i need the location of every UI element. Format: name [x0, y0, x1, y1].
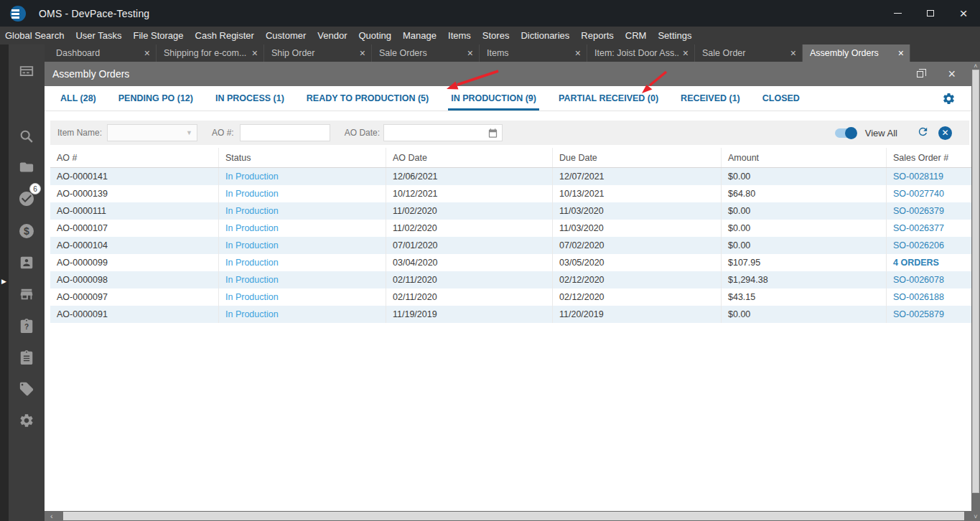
tab-in-production[interactable]: IN PRODUCTION (9) — [448, 86, 539, 111]
clear-filters-button[interactable]: ✕ — [938, 126, 952, 140]
sidebar-item-cash[interactable]: $ — [9, 220, 45, 242]
table-row[interactable]: AO-0000091 In Production 11/19/2019 11/2… — [50, 306, 971, 323]
tab-close-icon[interactable]: × — [575, 47, 581, 59]
sales-order-link[interactable]: SO-0026188 — [887, 288, 971, 306]
tab-close-icon[interactable]: × — [467, 47, 473, 59]
column-header-ao-date[interactable]: AO Date — [386, 148, 553, 167]
tab-partial-received[interactable]: PARTIAL RECEIVED (0) — [556, 86, 661, 111]
status-link[interactable]: In Production — [219, 254, 386, 271]
table-row[interactable]: AO-0000111 In Production 11/02/2020 11/0… — [50, 202, 971, 220]
menu-stores[interactable]: Stores — [482, 30, 510, 41]
tab-closed[interactable]: CLOSED — [760, 86, 803, 111]
sidebar-item-dashboard[interactable] — [9, 60, 45, 82]
sidebar-item-stores[interactable] — [9, 283, 45, 305]
tab-close-icon[interactable]: × — [898, 47, 904, 59]
sales-order-link[interactable]: SO-0025879 — [887, 306, 971, 323]
vertical-scroll-thumb[interactable] — [972, 70, 979, 493]
column-header-ao[interactable]: AO # — [50, 148, 219, 167]
doc-tab-assembly-orders[interactable]: Assembly Orders× — [803, 44, 910, 62]
status-link[interactable]: In Production — [219, 220, 386, 237]
menu-global-search[interactable]: Global Search — [5, 30, 64, 41]
tab-close-icon[interactable]: × — [144, 47, 150, 59]
status-link[interactable]: In Production — [219, 237, 386, 254]
sidebar-item-contacts[interactable] — [9, 252, 45, 273]
sales-order-link[interactable]: SO-0028119 — [887, 168, 971, 185]
sidebar-item-search[interactable] — [9, 126, 45, 147]
doc-tab-shipping[interactable]: Shipping for e-com...× — [157, 44, 264, 62]
menu-vendor[interactable]: Vendor — [317, 30, 347, 41]
status-link[interactable]: In Production — [219, 202, 386, 220]
item-name-select[interactable]: ▼ — [107, 124, 197, 141]
sidebar-item-orders[interactable] — [9, 347, 45, 368]
vertical-scrollbar[interactable]: ˄ ˅ — [971, 62, 980, 521]
menu-cash-register[interactable]: Cash Register — [195, 30, 254, 41]
restore-icon[interactable] — [917, 71, 923, 78]
horizontal-scroll-thumb[interactable] — [63, 512, 964, 520]
scroll-up-icon[interactable]: ˄ — [971, 62, 980, 70]
sidebar-item-settings[interactable] — [9, 410, 45, 431]
doc-tab-items[interactable]: Items× — [480, 44, 587, 62]
tab-close-icon[interactable]: × — [360, 47, 365, 59]
status-link[interactable]: In Production — [219, 306, 386, 323]
sales-order-link[interactable]: SO-0026078 — [887, 271, 971, 288]
tab-pending-po[interactable]: PENDING PO (12) — [116, 86, 196, 111]
sales-order-link[interactable]: SO-0027740 — [887, 185, 971, 202]
doc-tab-dashboard[interactable]: Dashboard× — [49, 44, 157, 62]
tab-all[interactable]: ALL (28) — [57, 86, 99, 111]
sidebar-item-tags[interactable] — [9, 378, 45, 400]
table-row[interactable]: AO-0000107 In Production 11/02/2020 11/0… — [50, 220, 971, 237]
menu-user-tasks[interactable]: User Tasks — [75, 30, 121, 41]
status-link[interactable]: In Production — [219, 168, 386, 185]
close-button[interactable]: × — [947, 0, 980, 27]
status-link[interactable]: In Production — [219, 185, 386, 202]
tab-in-process[interactable]: IN PROCESS (1) — [213, 86, 287, 111]
tab-close-icon[interactable]: × — [252, 47, 258, 59]
minimize-button[interactable] — [881, 0, 914, 27]
doc-tab-ship-order[interactable]: Ship Order× — [264, 44, 372, 62]
tab-close-icon[interactable]: × — [790, 47, 796, 59]
status-link[interactable]: In Production — [219, 288, 386, 306]
sidebar-expander-icon[interactable]: ▶ — [1, 278, 6, 285]
inner-close-icon[interactable]: × — [948, 67, 956, 80]
doc-tab-sale-orders[interactable]: Sale Orders× — [372, 44, 480, 62]
column-header-status[interactable]: Status — [219, 148, 386, 167]
menu-crm[interactable]: CRM — [625, 30, 647, 41]
refresh-button[interactable] — [917, 126, 929, 140]
menu-customer[interactable]: Customer — [266, 30, 306, 41]
sidebar-item-help-tasks[interactable]: ? — [9, 315, 45, 337]
column-header-sales-order[interactable]: Sales Order # — [887, 148, 971, 167]
menu-quoting[interactable]: Quoting — [358, 30, 391, 41]
sales-order-link[interactable]: SO-0026206 — [887, 237, 971, 254]
scroll-down-icon[interactable]: ˅ — [971, 513, 980, 520]
view-all-toggle[interactable] — [835, 128, 856, 138]
sidebar-item-file-storage[interactable] — [9, 156, 45, 178]
menu-manage[interactable]: Manage — [403, 30, 437, 41]
sidebar-item-tasks[interactable]: 6 — [9, 188, 45, 210]
menu-items[interactable]: Items — [448, 30, 471, 41]
tab-close-icon[interactable]: × — [683, 47, 689, 59]
sales-order-link[interactable]: SO-0026377 — [887, 220, 971, 237]
table-row[interactable]: AO-0000098 In Production 02/11/2020 02/1… — [50, 271, 971, 288]
doc-tab-item-joist[interactable]: Item: Joist Door Ass...× — [587, 44, 695, 62]
doc-tab-sale-order[interactable]: Sale Order× — [695, 44, 803, 62]
sales-order-link[interactable]: 4 ORDERS — [887, 254, 971, 271]
ao-number-input[interactable] — [240, 124, 330, 141]
scroll-left-icon[interactable]: ‹ — [50, 511, 53, 521]
menu-settings[interactable]: Settings — [658, 30, 691, 41]
menu-dictionaries[interactable]: Dictionaries — [521, 30, 569, 41]
table-row[interactable]: AO-0000139 In Production 10/12/2021 10/1… — [50, 185, 971, 202]
ao-date-input[interactable] — [383, 124, 503, 141]
horizontal-scrollbar[interactable]: ‹ — [45, 511, 971, 521]
column-header-amount[interactable]: Amount — [722, 148, 887, 167]
menu-file-storage[interactable]: File Storage — [133, 30, 183, 41]
sales-order-link[interactable]: SO-0026379 — [887, 202, 971, 220]
status-link[interactable]: In Production — [219, 271, 386, 288]
table-row[interactable]: AO-0000141 In Production 12/06/2021 12/0… — [50, 168, 971, 185]
tab-received[interactable]: RECEIVED (1) — [678, 86, 743, 111]
calendar-icon[interactable] — [487, 128, 498, 141]
table-row[interactable]: AO-0000097 In Production 02/11/2020 02/1… — [50, 288, 971, 306]
column-header-due-date[interactable]: Due Date — [553, 148, 722, 167]
tab-ready-to-production[interactable]: READY TO PRODUCTION (5) — [304, 86, 431, 111]
table-row[interactable]: AO-0000104 In Production 07/01/2020 07/0… — [50, 237, 971, 254]
maximize-button[interactable] — [914, 0, 947, 27]
